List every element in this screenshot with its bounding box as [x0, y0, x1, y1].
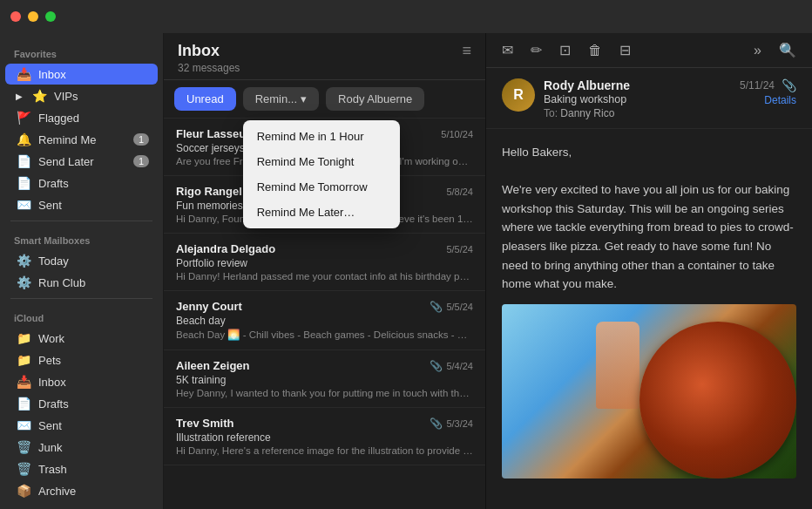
unread-filter-button[interactable]: Unread [174, 87, 236, 111]
remind-1h-option[interactable]: Remind Me in 1 Hour [243, 124, 400, 149]
message-sender: Jenny Court [176, 300, 242, 313]
sidebar-item-icloud-sent[interactable]: ✉️ Sent [5, 415, 158, 436]
email-from-name: Rody Albuerne [544, 78, 731, 92]
sidebar-item-label: Remind Me [38, 133, 126, 146]
sidebar-item-label: Inbox [38, 68, 149, 81]
sidebar-item-flagged[interactable]: 🚩 Flagged [5, 107, 158, 128]
more-actions-button[interactable]: » [750, 39, 765, 62]
sidebar-item-icloud-drafts[interactable]: 📄 Drafts [5, 393, 158, 414]
email-greeting: Hello Bakers, [502, 143, 796, 162]
junk-button[interactable]: ⊟ [616, 38, 634, 62]
vip-icon: ⭐ [31, 89, 47, 103]
sidebar-item-label: Archive [38, 485, 149, 498]
filter-icon[interactable]: ≡ [462, 42, 471, 60]
sidebar-item-send-later[interactable]: 📄 Send Later 1 [5, 151, 158, 172]
email-body: Hello Bakers, We're very excited to have… [486, 129, 812, 509]
sidebar-item-icloud-inbox[interactable]: 📥 Inbox [5, 371, 158, 392]
sidebar-item-label: Inbox [38, 376, 149, 389]
message-date: 5/4/24 [446, 361, 473, 371]
message-row[interactable]: Aileen Zeigen 📎 5/4/24 5K training Hey D… [164, 350, 485, 408]
remind-filter-button[interactable]: Remin... ▾ [243, 87, 319, 111]
remind-dropdown-menu: Remind Me in 1 Hour Remind Me Tonight Re… [243, 120, 400, 228]
message-date: 5/10/24 [441, 129, 473, 139]
sidebar-item-today[interactable]: ⚙️ Today [5, 250, 158, 271]
sidebar-item-run-club[interactable]: ⚙️ Run Club [5, 272, 158, 293]
message-sender: Alejandra Delgado [176, 242, 275, 255]
remind-me-icon: 🔔 [16, 132, 31, 146]
message-row[interactable]: Jenny Court 📎 5/5/24 Beach day Beach Day… [164, 291, 485, 350]
remind-tomorrow-option[interactable]: Remind Me Tomorrow [243, 174, 400, 200]
sidebar-item-archive[interactable]: 📦 Archive [5, 480, 158, 501]
attachment-indicator: 📎 [430, 360, 443, 372]
minimize-button[interactable] [28, 11, 38, 22]
icloud-sent-icon: ✉️ [16, 418, 31, 432]
email-recipient: Danny Rico [560, 107, 614, 119]
message-sender: Trev Smith [176, 417, 233, 430]
attachment-indicator: 📎 [430, 417, 443, 430]
email-toolbar: ✉ ✏ ⊡ 🗑 ⊟ » 🔍 [486, 33, 812, 68]
sidebar-item-label: Sent [38, 199, 149, 212]
sidebar-item-label: Trash [38, 463, 149, 476]
sidebar-item-label: Flagged [38, 112, 149, 125]
message-row[interactable]: Trev Smith 📎 5/3/24 Illustration referen… [164, 408, 485, 465]
message-row[interactable]: Alejandra Delgado 5/5/24 Portfolio revie… [164, 234, 485, 291]
sender-avatar: R [502, 78, 535, 112]
pizza-decoration [639, 322, 796, 478]
sidebar-divider-1 [10, 221, 152, 221]
email-subject-line: Baking workshop [544, 93, 731, 105]
sidebar-item-sent[interactable]: ✉️ Sent [5, 194, 158, 215]
email-to: To: Danny Rico [544, 107, 731, 119]
email-meta: Rody Albuerne Baking workshop To: Danny … [544, 78, 731, 119]
sidebar-item-label: Today [38, 254, 149, 268]
sidebar-item-drafts[interactable]: 📄 Drafts [5, 173, 158, 193]
send-later-badge: 1 [133, 155, 149, 167]
title-bar [0, 0, 812, 33]
details-link[interactable]: Details [740, 94, 796, 106]
archive-button[interactable]: ⊡ [556, 38, 574, 62]
sidebar-item-inbox[interactable]: 📥 Inbox [5, 64, 158, 85]
reply-button[interactable]: ✉ [498, 38, 517, 62]
delete-button[interactable]: 🗑 [585, 39, 606, 62]
compose-button[interactable]: ✏ [527, 38, 545, 62]
rody-filter-button[interactable]: Rody Albuerne [326, 87, 424, 111]
sidebar-item-label: Drafts [38, 177, 149, 190]
email-date: 5/11/24 [740, 79, 775, 92]
message-sender: Rigo Rangel [176, 185, 242, 198]
sidebar-item-vips[interactable]: ▶ ⭐ VIPs [5, 85, 158, 106]
maximize-button[interactable] [45, 11, 56, 22]
panel-header: Inbox 32 messages ≡ [164, 33, 485, 80]
remind-later-option[interactable]: Remind Me Later… [243, 200, 400, 225]
message-list-panel: Inbox 32 messages ≡ Unread Remin... ▾ Re… [164, 33, 486, 509]
message-date: 5/3/24 [446, 418, 473, 429]
trash-icon: 🗑️ [16, 462, 31, 476]
message-date: 5/8/24 [446, 187, 473, 197]
drafts-icon: 📄 [16, 176, 31, 190]
email-body-text: We're very excited to have you all join … [502, 180, 796, 294]
sidebar-item-remind-me[interactable]: 🔔 Remind Me 1 [5, 129, 158, 150]
remind-tonight-option[interactable]: Remind Me Tonight [243, 149, 400, 174]
sidebar-item-pets[interactable]: 📁 Pets [5, 350, 158, 370]
message-sender: Fleur Lasseur [176, 127, 250, 140]
panel-title: Inbox [178, 42, 240, 60]
email-attachment-icon: 📎 [782, 78, 796, 92]
today-icon: ⚙️ [16, 254, 31, 268]
app-container: Favorites 📥 Inbox ▶ ⭐ VIPs 🚩 Flagged 🔔 R… [0, 0, 812, 509]
email-header: R Rody Albuerne Baking workshop To: Dann… [486, 68, 812, 129]
sent-icon: ✉️ [16, 198, 31, 212]
message-subject: Illustration reference [176, 431, 473, 444]
sidebar: Favorites 📥 Inbox ▶ ⭐ VIPs 🚩 Flagged 🔔 R… [0, 33, 164, 509]
email-inline-image [502, 304, 796, 478]
sidebar-divider-2 [10, 298, 152, 299]
sidebar-item-work[interactable]: 📁 Work [5, 328, 158, 349]
flagged-icon: 🚩 [16, 111, 31, 125]
sidebar-item-label: Run Club [38, 276, 149, 289]
sidebar-item-trash[interactable]: 🗑️ Trash [5, 458, 158, 479]
attachment-indicator: 📎 [430, 301, 443, 313]
sidebar-item-junk[interactable]: 🗑️ Junk [5, 437, 158, 458]
close-button[interactable] [10, 11, 21, 22]
search-button[interactable]: 🔍 [775, 38, 800, 62]
icloud-inbox-icon: 📥 [16, 375, 31, 389]
drink-decoration [596, 322, 639, 409]
archive-icon: 📦 [16, 484, 31, 498]
pets-icon: 📁 [16, 353, 31, 367]
